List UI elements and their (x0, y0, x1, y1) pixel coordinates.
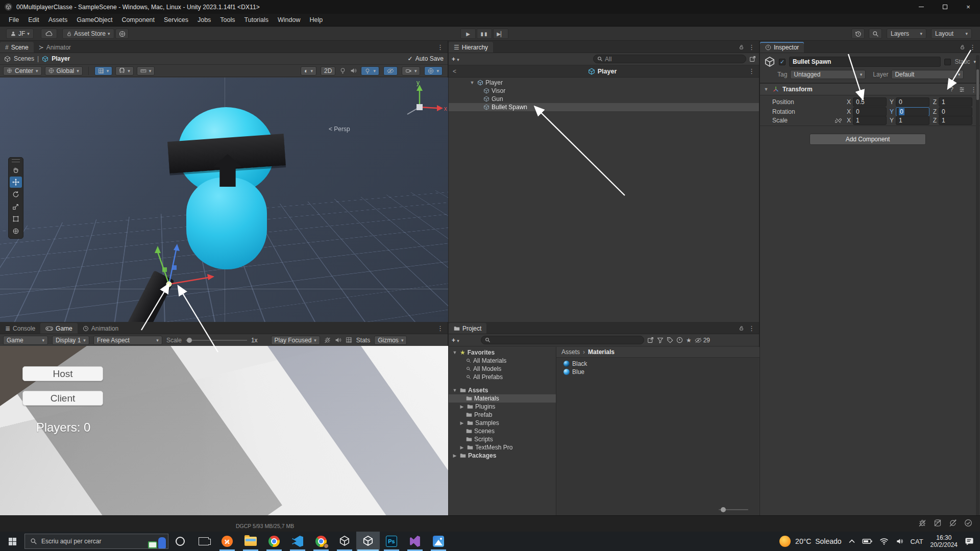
perspective-label[interactable]: < Persp (329, 126, 350, 133)
game-target-dropdown[interactable]: Game▾ (3, 336, 48, 345)
packages-root[interactable]: ▶Packages (449, 452, 556, 460)
breadcrumb-player[interactable]: Player (52, 55, 70, 62)
tab-console[interactable]: ≣ Console (0, 323, 40, 334)
exit-prefab-mode-button[interactable]: < (453, 68, 456, 75)
hierarchy-menu-icon[interactable]: ⋮ (748, 43, 755, 51)
frame-debugger-icon[interactable] (324, 337, 331, 343)
mute-audio-icon[interactable] (335, 337, 341, 343)
menu-window[interactable]: Window (273, 16, 305, 23)
favorite-all-materials[interactable]: All Materials (449, 357, 556, 365)
hierarchy-item-visor[interactable]: Visor (449, 87, 759, 95)
scene-viewport[interactable]: y x < Persp (0, 78, 448, 322)
scene-lighting-toggle[interactable] (339, 67, 346, 74)
project-search-input[interactable] (481, 336, 644, 344)
position-y-field[interactable]: 0 (896, 97, 929, 107)
display-dropdown[interactable]: Display 1▾ (52, 336, 89, 345)
favorites-star-icon[interactable]: ★ (686, 337, 692, 344)
move-tool-button[interactable] (10, 177, 22, 188)
hierarchy-item-bullet-spawn[interactable]: Bullet Spawn (449, 103, 759, 111)
tab-hierarchy[interactable]: ☰ Hierarchy (449, 42, 493, 53)
menu-edit[interactable]: Edit (23, 16, 44, 23)
scale-slider[interactable] (186, 340, 247, 341)
taskbar-clock[interactable]: 16:30 20/2/2024 (930, 534, 958, 548)
assets-root[interactable]: ▼Assets (449, 386, 556, 394)
scene-orientation-gizmo[interactable]: y x (393, 78, 448, 129)
2d-toggle[interactable]: 2D (321, 66, 335, 76)
open-new-window-icon[interactable] (749, 56, 756, 62)
start-button[interactable] (0, 532, 24, 551)
scene-visibility-toggle[interactable] (383, 66, 398, 76)
weather-widget[interactable]: 20°C Soleado (779, 536, 841, 547)
layer-dropdown[interactable]: Default▾ (891, 70, 964, 79)
expand-arrow-icon[interactable]: ▼ (469, 80, 475, 85)
taskbar-photoshop[interactable]: Ps (380, 532, 403, 551)
menu-component[interactable]: Component (117, 16, 159, 23)
hidden-packages-toggle[interactable]: 29 (695, 337, 710, 344)
cache-server-disabled-icon[interactable] (933, 518, 942, 528)
favorites-root[interactable]: ▼★Favorites (449, 348, 556, 357)
view-tool-button[interactable] (10, 164, 22, 176)
measure-dropdown[interactable]: ▾ (137, 66, 155, 76)
rotate-tool-button[interactable] (10, 189, 22, 200)
create-asset-button[interactable]: + ▾ (452, 337, 459, 344)
folder-samples[interactable]: ▶Samples (449, 419, 556, 427)
snap-increment-dropdown[interactable]: ▾ (115, 66, 134, 76)
lock-icon[interactable] (960, 44, 965, 50)
cortana-button[interactable] (168, 532, 192, 551)
hierarchy-item-gun[interactable]: Gun (449, 95, 759, 103)
menu-tutorials[interactable]: Tutorials (240, 16, 273, 23)
hierarchy-search-input[interactable]: All (593, 55, 746, 63)
auto-save-toggle[interactable]: ✓Auto Save (408, 55, 444, 62)
lock-icon[interactable] (739, 325, 744, 331)
active-checkbox[interactable]: ✓ (779, 59, 786, 65)
menu-tools[interactable]: Tools (215, 16, 239, 23)
menu-help[interactable]: Help (305, 16, 327, 23)
activity-ok-icon[interactable] (964, 518, 973, 528)
aspect-dropdown[interactable]: Free Aspect▾ (93, 336, 162, 345)
alerts-icon[interactable] (676, 337, 683, 343)
tool-handle-position-dropdown[interactable]: Center▾ (3, 66, 42, 76)
folder-materials[interactable]: Materials (449, 394, 556, 403)
folder-scenes[interactable]: Scenes (449, 427, 556, 435)
breadcrumb-scenes[interactable]: Scenes (14, 55, 34, 62)
inspector-scrollbar[interactable] (976, 55, 979, 524)
taskbar-search-box[interactable]: Escriu aquí per cercar (24, 534, 168, 549)
taskbar-unity-editor[interactable] (356, 532, 380, 551)
position-x-field[interactable]: 0.5 (853, 97, 887, 107)
preferences-button[interactable] (115, 29, 129, 39)
favorite-all-models[interactable]: All Models (449, 365, 556, 373)
maximize-button[interactable] (933, 0, 957, 14)
folder-prefab[interactable]: Prefab (449, 411, 556, 419)
presets-icon[interactable] (959, 86, 965, 93)
position-z-field[interactable]: 1 (939, 97, 972, 107)
breadcrumb-materials[interactable]: Materials (588, 348, 615, 356)
game-viewport[interactable]: Host Client Players: 0 (0, 346, 448, 515)
lock-icon[interactable] (739, 44, 744, 50)
scene-menu-icon[interactable]: ⋮ (437, 43, 444, 51)
scale-y-field[interactable]: 1 (896, 116, 929, 125)
play-focus-dropdown[interactable]: Play Focused▾ (271, 336, 320, 345)
rotation-x-field[interactable]: 0 (853, 107, 887, 116)
transform-gizmo[interactable] (122, 241, 214, 312)
folder-plugins[interactable]: ▶Plugins (449, 403, 556, 411)
tab-inspector[interactable]: Inspector (760, 42, 804, 53)
task-view-button[interactable] (192, 532, 215, 551)
auto-refresh-disabled-icon[interactable] (948, 518, 958, 528)
folder-scripts[interactable]: Scripts (449, 435, 556, 443)
asset-store-button[interactable]: Asset Store▾ (62, 29, 114, 39)
pause-button[interactable]: ▮▮ (477, 29, 492, 39)
minimize-button[interactable] (910, 0, 933, 14)
asset-black-material[interactable]: Black (556, 360, 760, 368)
search-by-label-icon[interactable] (667, 337, 673, 343)
battery-icon[interactable] (862, 538, 872, 544)
scene-audio-toggle[interactable] (350, 67, 357, 74)
scale-z-field[interactable]: 1 (939, 116, 972, 125)
step-button[interactable]: ▶▏ (493, 29, 508, 39)
shading-mode-dropdown[interactable]: ◐▾ (301, 66, 316, 76)
wifi-icon[interactable] (879, 538, 889, 545)
camera-settings-dropdown[interactable]: ▾ (402, 66, 421, 76)
taskbar-xampp[interactable]: ϰ (215, 532, 239, 551)
transform-component-header[interactable]: ▼ Transform ? ⋮ (760, 83, 980, 95)
debugger-detached-icon[interactable] (918, 518, 927, 528)
taskbar-photos[interactable] (427, 532, 450, 551)
